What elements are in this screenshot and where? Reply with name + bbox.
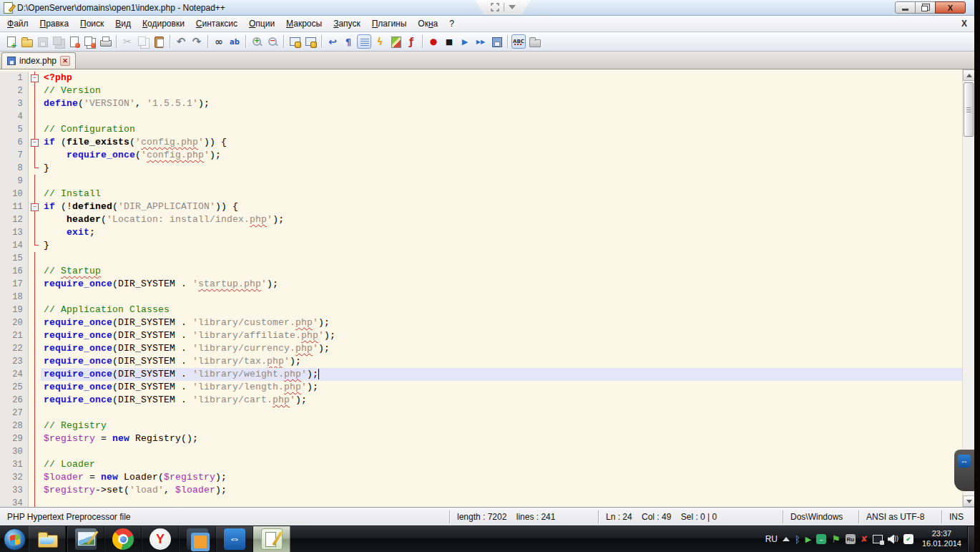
function-list-icon[interactable]: ƒ	[404, 34, 418, 49]
code-text[interactable]: require_once('config.php');	[41, 149, 962, 162]
code-text[interactable]: define('VERSION', '1.5.5.1');	[41, 97, 962, 110]
taskbar-teamviewer-button[interactable]	[216, 526, 253, 552]
scroll-down-arrow[interactable]	[963, 495, 974, 507]
code-line-30[interactable]: 30	[0, 445, 962, 458]
document-map-icon[interactable]	[388, 34, 403, 49]
code-line-22[interactable]: 22require_once(DIR_SYSTEM . 'library/cur…	[0, 342, 962, 355]
title-bar[interactable]: D:\OpenServer\domains\open1\index.php - …	[0, 0, 974, 16]
code-line-28[interactable]: 28// Registry	[0, 420, 962, 432]
code-text[interactable]	[41, 445, 962, 458]
code-line-26[interactable]: 26require_once(DIR_SYSTEM . 'library/car…	[0, 394, 962, 407]
code-line-5[interactable]: 5// Configuration	[0, 123, 962, 136]
code-line-18[interactable]: 18	[0, 291, 962, 304]
start-button[interactable]	[0, 526, 29, 552]
close-all-icon[interactable]	[82, 34, 97, 49]
code-text[interactable]: }	[41, 162, 962, 175]
code-line-31[interactable]: 31// Loader	[0, 458, 962, 471]
code-text[interactable]: }	[41, 239, 962, 252]
code-line-2[interactable]: 2// Version	[0, 84, 962, 97]
code-text[interactable]: require_once(DIR_SYSTEM . 'library/weigh…	[41, 368, 962, 381]
code-line-13[interactable]: 13 exit;	[0, 226, 962, 239]
scrollbar-thumb[interactable]	[964, 82, 974, 137]
code-line-17[interactable]: 17require_once(DIR_SYSTEM . 'startup.php…	[0, 278, 962, 291]
fold-collapse-icon[interactable]: −	[31, 139, 39, 147]
code-line-24[interactable]: 24require_once(DIR_SYSTEM . 'library/wei…	[0, 368, 962, 381]
tab-close-icon[interactable]: ✕	[60, 56, 70, 66]
menu-?[interactable]: ?	[444, 16, 460, 31]
code-line-6[interactable]: 6−if (file_exists('config.php')) {	[0, 136, 962, 149]
code-line-27[interactable]: 27	[0, 407, 962, 420]
taskbar-clock[interactable]: 23:37 16.01.2014	[916, 529, 967, 549]
code-text[interactable]: $registry = new Registry();	[41, 432, 962, 445]
code-text[interactable]: require_once(DIR_SYSTEM . 'library/curre…	[41, 342, 962, 355]
indent-guide-icon[interactable]	[357, 34, 371, 49]
spell-panel-icon[interactable]	[527, 34, 542, 49]
code-line-8[interactable]: 8}	[0, 162, 962, 175]
code-line-32[interactable]: 32$loader = new Loader($registry);	[0, 471, 962, 484]
code-line-1[interactable]: 1−<?php	[0, 72, 962, 84]
sync-vertical-icon[interactable]	[288, 34, 302, 49]
language-indicator[interactable]: RU	[765, 534, 778, 544]
safely-remove-icon[interactable]: ✘	[861, 535, 868, 543]
menu-вид[interactable]: Вид	[109, 16, 137, 31]
user-dialog-icon[interactable]: ϟ	[373, 34, 387, 49]
redo-icon[interactable]: ↷	[190, 34, 204, 49]
code-text[interactable]: $registry->set('load', $loader);	[41, 484, 962, 497]
fold-margin[interactable]: −	[29, 136, 41, 149]
network-icon[interactable]	[873, 535, 883, 543]
taskbar-notepad-plus-plus-button[interactable]	[253, 526, 290, 552]
tab-index-php[interactable]: index.php ✕	[1, 52, 76, 69]
menu-синтаксис[interactable]: Синтаксис	[190, 16, 243, 31]
code-text[interactable]: <?php	[41, 72, 962, 84]
openserver-flag-icon[interactable]: ⚑	[831, 534, 841, 544]
code-text[interactable]: // Application Classes	[41, 304, 962, 316]
replace-icon[interactable]: ab	[227, 34, 242, 49]
close-document-x[interactable]: X	[961, 19, 967, 29]
code-line-9[interactable]: 9	[0, 175, 962, 188]
code-line-21[interactable]: 21require_once(DIR_SYSTEM . 'library/aff…	[0, 329, 962, 342]
code-text[interactable]: if (!defined('DIR_APPLICATION')) {	[41, 200, 962, 213]
code-line-33[interactable]: 33$registry->set('load', $loader);	[0, 484, 962, 497]
sync-horizontal-icon[interactable]	[303, 34, 318, 49]
code-text[interactable]: require_once(DIR_SYSTEM . 'library/tax.p…	[41, 355, 962, 368]
code-text[interactable]: // Startup	[41, 265, 962, 278]
code-text[interactable]: require_once(DIR_SYSTEM . 'library/custo…	[41, 316, 962, 329]
teamviewer-quickconnect-tab[interactable]	[475, 0, 531, 14]
teamviewer-side-tab[interactable]: ⇔	[954, 450, 974, 491]
minimize-button[interactable]	[895, 1, 916, 14]
spell-check-icon[interactable]: ABC	[511, 34, 526, 49]
code-text[interactable]: // Registry	[41, 420, 962, 432]
zoom-out-icon[interactable]: −	[265, 34, 280, 49]
autorun-agent-icon[interactable]: ▶	[805, 536, 811, 543]
menu-окна[interactable]: Окна	[412, 16, 444, 31]
code-text[interactable]: // Install	[41, 188, 962, 200]
code-line-7[interactable]: 7 require_once('config.php');	[0, 149, 962, 162]
code-line-20[interactable]: 20require_once(DIR_SYSTEM . 'library/cus…	[0, 316, 962, 329]
taskbar-chrome-button[interactable]	[104, 526, 142, 552]
macro-stop-icon[interactable]: ■	[442, 34, 456, 49]
zoom-in-icon[interactable]: +	[250, 34, 264, 49]
code-line-25[interactable]: 25require_once(DIR_SYSTEM . 'library/len…	[0, 381, 962, 394]
open-file-icon[interactable]	[19, 34, 34, 49]
code-line-4[interactable]: 4	[0, 110, 962, 123]
code-line-10[interactable]: 10// Install	[0, 188, 962, 200]
menu-плагины[interactable]: Плагины	[366, 16, 413, 31]
status-typing-mode[interactable]: INS	[941, 510, 974, 523]
close-icon[interactable]	[67, 34, 81, 49]
volume-icon[interactable]	[888, 535, 898, 544]
code-text[interactable]	[41, 407, 962, 420]
taskbar-vmware-button[interactable]	[179, 526, 216, 552]
menu-поиск[interactable]: Поиск	[74, 16, 109, 31]
undo-icon[interactable]: ↶	[174, 34, 188, 49]
code-text[interactable]: if (file_exists('config.php')) {	[41, 136, 962, 149]
code-text[interactable]: require_once(DIR_SYSTEM . 'library/affil…	[41, 329, 962, 342]
taskbar-yandex-browser-button[interactable]	[142, 526, 179, 552]
macro-play-icon[interactable]: ▶	[458, 34, 472, 49]
status-encoding[interactable]: ANSI as UTF-8	[858, 510, 941, 523]
code-line-34[interactable]: 34	[0, 497, 962, 507]
code-text[interactable]: header('Location: install/index.php');	[41, 213, 962, 226]
taskbar-explorer-button[interactable]	[29, 526, 66, 552]
menu-запуск[interactable]: Запуск	[328, 16, 366, 31]
macro-play-multi-icon[interactable]: ▶▶	[474, 34, 488, 49]
code-line-14[interactable]: 14}	[0, 239, 962, 252]
